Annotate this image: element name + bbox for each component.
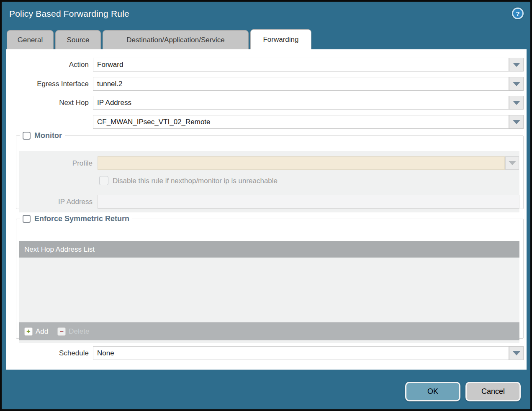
next-hop-address-list-table: Next Hop Address List + Add − Delete [19,241,519,343]
egress-interface-value[interactable]: tunnel.2 [93,77,509,91]
chevron-down-icon [513,82,520,86]
next-hop-type-value[interactable]: IP Address [93,96,509,110]
chevron-down-icon [513,101,520,105]
action-label: Action [6,58,89,71]
action-dropdown-button[interactable] [509,58,524,71]
disable-rule-checkbox [99,176,108,185]
profile-label: Profile [19,156,93,170]
profile-dropdown-button [505,156,519,170]
tab-bar: General Source Destination/Application/S… [7,29,311,49]
cancel-button[interactable]: Cancel [465,382,521,401]
next-hop-label: Next Hop [6,96,89,110]
next-hop-address-list-toolbar: + Add − Delete [19,322,519,340]
tab-forwarding[interactable]: Forwarding [250,29,311,49]
table-bottom-strip [19,340,519,343]
chevron-down-icon [513,120,520,124]
add-icon: + [24,327,33,336]
next-hop-address-list-header: Next Hop Address List [19,241,519,258]
enforce-symmetric-return-checkbox[interactable] [23,215,31,223]
chevron-down-icon [513,63,520,67]
action-value[interactable]: Forward [93,58,509,71]
disable-rule-label: Disable this rule if nexthop/monitor ip … [113,176,278,186]
forwarding-tab-panel: Action Forward Egress Interface tunnel.2… [6,49,527,370]
help-icon[interactable]: ? [512,8,524,19]
next-hop-address-list-body[interactable] [19,258,519,322]
monitor-label: Monitor [34,131,62,140]
monitor-ip-address-field [98,195,519,209]
policy-based-forwarding-dialog: Policy Based Forwarding Rule ? General S… [2,2,530,409]
ok-button[interactable]: OK [405,382,460,401]
egress-interface-dropdown-button[interactable] [509,77,524,91]
next-hop-address-dropdown-button[interactable] [509,115,524,129]
delete-button: − Delete [57,327,89,336]
dialog-title: Policy Based Forwarding Rule [9,9,129,19]
egress-interface-label: Egress Interface [6,77,89,91]
monitor-checkbox[interactable] [23,132,31,140]
enforce-symmetric-return-legend: Enforce Symmetric Return [20,214,132,223]
monitor-group-body: Profile Disable this rule if nexthop/mon… [19,151,519,212]
enforce-symmetric-return-group: Enforce Symmetric Return Next Hop Addres… [16,214,524,339]
monitor-group: Monitor Profile Disable this rule if nex… [16,131,524,209]
delete-button-label: Delete [69,327,89,336]
delete-icon: − [57,327,66,336]
tab-source[interactable]: Source [55,30,101,49]
profile-value [98,156,505,170]
next-hop-type-dropdown-button[interactable] [509,96,524,110]
chevron-down-icon [513,351,520,355]
tab-general[interactable]: General [7,30,54,49]
schedule-label: Schedule [6,346,89,360]
enforce-symmetric-return-label: Enforce Symmetric Return [34,214,129,223]
add-button-label: Add [36,327,48,336]
chevron-down-icon [509,161,516,165]
add-button[interactable]: + Add [24,327,48,336]
schedule-dropdown-button[interactable] [509,346,524,360]
tab-destination-application-service[interactable]: Destination/Application/Service [103,30,249,49]
schedule-value[interactable]: None [93,346,509,360]
monitor-ip-address-label: IP Address [19,195,93,209]
next-hop-address-value[interactable]: CF_MWAN_IPsec_VTI_02_Remote [93,115,509,129]
dialog-frame: Policy Based Forwarding Rule ? General S… [0,0,532,411]
monitor-legend: Monitor [20,131,65,140]
